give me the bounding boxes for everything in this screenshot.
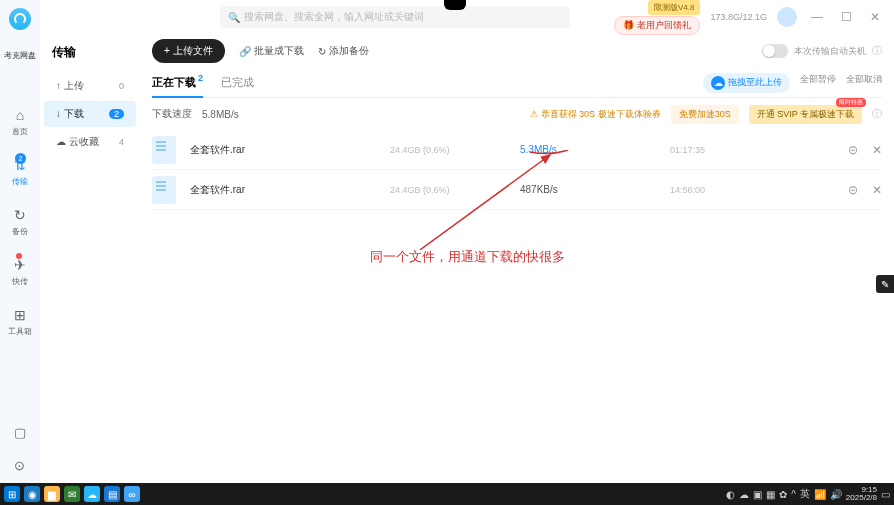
nav-backup[interactable]: ↻备份	[12, 207, 28, 237]
download-icon: ↓	[56, 108, 61, 119]
backup-icon: ↻	[12, 207, 28, 223]
nav-transfer[interactable]: 2⇅传输	[12, 157, 28, 187]
app-icon-3[interactable]: ∞	[124, 486, 140, 502]
promo-warn: ⚠ 恭喜获得 30S 极速下载体验券	[530, 108, 661, 121]
batch-download-link[interactable]: 🔗批量成下载	[239, 44, 304, 58]
file-icon	[152, 176, 176, 204]
file-time: 01:17:35	[670, 145, 848, 155]
speed-bar: 下载速度 5.8MB/s ⚠ 恭喜获得 30S 极速下载体验券 免费加速30S …	[152, 98, 882, 130]
speed-value: 5.8MB/s	[202, 109, 239, 120]
pause-all[interactable]: 全部暂停	[800, 73, 836, 93]
volume-icon[interactable]: 🔊	[830, 489, 842, 500]
upload-button[interactable]: + 上传文件	[152, 39, 225, 63]
wifi-icon[interactable]: 📶	[814, 489, 826, 500]
cloud-upload-icon: ☁	[711, 76, 725, 90]
info-icon[interactable]: ⓘ	[872, 107, 882, 121]
app-logo-icon	[9, 8, 31, 30]
pause-icon[interactable]: ⊝	[848, 183, 858, 197]
file-size: 24.4GB (0.6%)	[390, 145, 520, 155]
download-row: 全套软件.rar 24.4GB (0.6%) 487KB/s 14:56:00 …	[152, 170, 882, 210]
clock[interactable]: 9:152025/2/8	[846, 486, 877, 502]
explorer-icon[interactable]: ▆	[44, 486, 60, 502]
gift-button[interactable]: 🎁老用户回馈礼	[614, 16, 700, 35]
add-backup-link[interactable]: ↻添加备份	[318, 44, 369, 58]
camera-notch	[444, 0, 466, 10]
pause-icon[interactable]: ⊝	[848, 143, 858, 157]
cloud-icon: ☁	[56, 136, 66, 147]
badge: 2	[15, 153, 26, 164]
ime-label[interactable]: 英	[800, 487, 810, 501]
nav-send[interactable]: ✈快传	[12, 257, 28, 287]
shutdown-toggle[interactable]	[762, 44, 788, 58]
nav-tools[interactable]: ⊞工具箱	[8, 307, 32, 337]
window-min[interactable]: —	[807, 10, 827, 24]
file-size: 24.4GB (0.6%)	[390, 185, 520, 195]
dot	[16, 253, 22, 259]
file-time: 14:56:00	[670, 185, 848, 195]
file-speed: 487KB/s	[520, 184, 670, 195]
sale-tag: 限时特惠	[836, 98, 866, 107]
close-icon[interactable]: ✕	[872, 183, 882, 197]
file-name: 全套软件.rar	[190, 183, 390, 197]
window-close[interactable]: ✕	[866, 10, 884, 24]
tray-icon[interactable]: ✿	[779, 489, 787, 500]
window-max[interactable]: ☐	[837, 10, 856, 24]
search-input[interactable]: 🔍 搜索网盘、搜索全网，输入网址或关键词	[220, 6, 570, 28]
version-tag: 限测版V4.8	[648, 0, 700, 15]
svip-button[interactable]: 开通 SVIP 专属极速下载限时特惠	[749, 105, 862, 124]
edge-icon[interactable]: ◉	[24, 486, 40, 502]
cancel-all[interactable]: 全部取消	[846, 73, 882, 93]
storage-label: 173.8G/12.1G	[710, 12, 767, 22]
chevron-up-icon[interactable]: ^	[791, 489, 796, 500]
tab-downloading[interactable]: 正在下载2	[152, 67, 203, 98]
wechat-icon[interactable]: ✉	[64, 486, 80, 502]
download-row: 全套软件.rar 24.4GB (0.6%) 5.3MB/s 01:17:35 …	[152, 130, 882, 170]
avatar[interactable]	[777, 7, 797, 27]
home-icon: ⌂	[12, 107, 28, 123]
info-icon[interactable]: ⓘ	[872, 44, 882, 58]
help-icon[interactable]: ⊙	[14, 458, 26, 473]
file-icon	[152, 136, 176, 164]
app-icon-2[interactable]: ▤	[104, 486, 120, 502]
tools-icon: ⊞	[12, 307, 28, 323]
search-icon: 🔍	[228, 12, 240, 23]
annotation-text: 同一个文件，用通道下载的快很多	[370, 248, 565, 266]
tray-icon[interactable]: ◐	[726, 489, 735, 500]
refresh-icon: ↻	[318, 46, 326, 57]
sub-download[interactable]: ↓ 下载2	[44, 101, 136, 127]
close-icon[interactable]: ✕	[872, 143, 882, 157]
upload-icon: ↑	[56, 80, 61, 91]
app-icon[interactable]: ☁	[84, 486, 100, 502]
free-boost-button[interactable]: 免费加速30S	[671, 105, 739, 124]
plane-icon: ✈	[12, 257, 28, 273]
nav-sidebar: 考克网盘 ⌂首页 2⇅传输 ↻备份 ✈快传 ⊞工具箱 ▢ ⊙	[0, 0, 40, 483]
sub-sidebar: 传输 ↑ 上传0 ↓ 下载2 ☁ 云收藏4	[40, 34, 140, 483]
feedback-pin[interactable]: ✎	[876, 275, 894, 293]
file-name: 全套软件.rar	[190, 143, 390, 157]
phone-icon[interactable]: ▢	[14, 425, 26, 440]
sub-upload[interactable]: ↑ 上传0	[44, 73, 136, 99]
link-icon: 🔗	[239, 46, 251, 57]
brand-label: 考克网盘	[4, 50, 36, 61]
tray-icon[interactable]: ▣	[753, 489, 762, 500]
speed-label: 下载速度	[152, 107, 192, 121]
topbar: 🔍 搜索网盘、搜索全网，输入网址或关键词 限测版V4.8 🎁老用户回馈礼 173…	[40, 0, 894, 34]
taskbar[interactable]: ⊞ ◉ ▆ ✉ ☁ ▤ ∞ ◐ ☁ ▣ ▦ ✿ ^ 英 📶 🔊 9:152025…	[0, 483, 894, 505]
drag-upload-chip[interactable]: ☁拖拽至此上传	[703, 73, 790, 93]
tray-icon[interactable]: ▦	[766, 489, 775, 500]
file-speed: 5.3MB/s	[520, 144, 670, 155]
toolbar: + 上传文件 🔗批量成下载 ↻添加备份 本次传输自动关机 ⓘ	[152, 34, 882, 68]
tray-icon[interactable]: ☁	[739, 489, 749, 500]
sub-title: 传输	[40, 40, 140, 71]
nav-home[interactable]: ⌂首页	[12, 107, 28, 137]
start-icon[interactable]: ⊞	[4, 486, 20, 502]
sub-cloud[interactable]: ☁ 云收藏4	[44, 129, 136, 155]
notification-icon[interactable]: ▭	[881, 489, 890, 500]
tab-done[interactable]: 已完成	[221, 69, 254, 96]
tabs: 正在下载2 已完成 ☁拖拽至此上传 全部暂停 全部取消	[152, 68, 882, 98]
toggle-label: 本次传输自动关机	[794, 45, 866, 58]
